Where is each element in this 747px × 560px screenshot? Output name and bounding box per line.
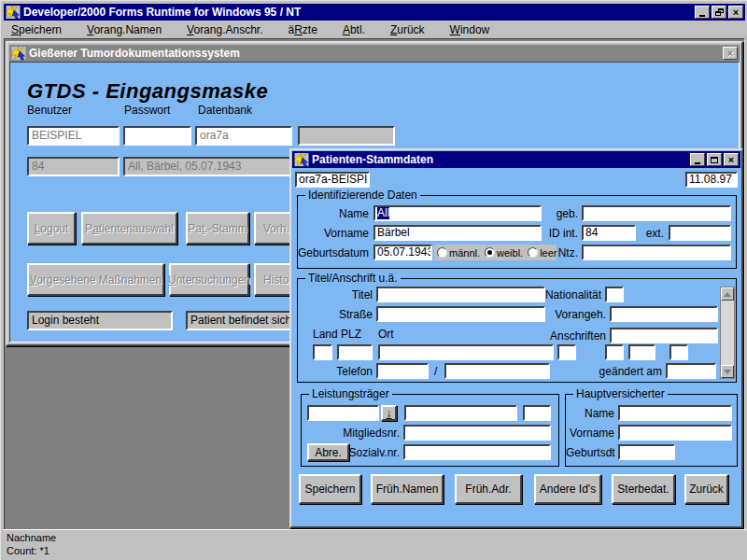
close-button[interactable]: × (728, 6, 743, 19)
menu-vorang-anschr[interactable]: Vorang.Anschr. (179, 21, 270, 38)
mdi-background: Gießener Tumordokumentationssystem × GTD… (4, 38, 745, 530)
id-int-input[interactable]: 84 (582, 225, 636, 241)
gtds-window: Gießener Tumordokumentationssystem × GTD… (6, 41, 743, 346)
passwort-input[interactable] (123, 126, 191, 146)
menu-speichern[interactable]: Speichern (4, 21, 69, 38)
maximize-button[interactable] (707, 153, 722, 166)
restore-button[interactable] (712, 6, 726, 19)
dialog-title: Patienten-Stammdaten (312, 153, 687, 166)
minimize-button[interactable] (690, 153, 705, 166)
geburtsdatum-input[interactable]: 05.07.1943 (374, 245, 432, 260)
mitgliedsnr-input[interactable] (403, 425, 551, 441)
hv-name-input[interactable] (618, 405, 732, 421)
menu-bar: Speichern Vorang.Namen Vorang.Anschr. äR… (4, 21, 745, 38)
nationalitaet-input[interactable] (605, 287, 624, 302)
passwort-label: Passwort (124, 104, 170, 117)
name-input[interactable]: All (374, 205, 542, 221)
titel-input[interactable] (376, 287, 545, 302)
hv-name-label: Name (566, 407, 614, 420)
frueh-namen-button[interactable]: Früh.Namen (371, 474, 444, 504)
menu-window[interactable]: Window (443, 21, 498, 38)
leistungstraeger-input[interactable] (307, 405, 379, 421)
ntz-input[interactable] (582, 245, 731, 260)
vorangeh-input[interactable] (610, 306, 718, 322)
logout-button[interactable]: Logout (27, 212, 76, 245)
session-field[interactable]: ora7a-BEISPIE (295, 172, 370, 188)
radio-weibl-label: weibl. (497, 247, 523, 259)
forms-runtime-icon (6, 6, 21, 20)
pat-stamm-button[interactable]: Pat.-Stamm (186, 212, 249, 245)
forms-runtime-icon (11, 47, 26, 61)
mitgliedsnr-label: Mitgliedsnr. (302, 427, 400, 440)
anschrift-nr2-input[interactable] (628, 344, 655, 360)
group-legend: Leistungsträger (309, 387, 392, 400)
vorname-input[interactable]: Bärbel (374, 225, 542, 241)
geb-label: geb. (543, 207, 578, 220)
radio-leer[interactable] (528, 247, 538, 258)
radio-maennl-label: männl. (449, 247, 480, 259)
strasse-label: Straße (298, 308, 373, 321)
speichern-button[interactable]: Speichern (299, 474, 361, 504)
minimize-button[interactable] (695, 6, 710, 19)
hv-vorname-input[interactable] (618, 425, 732, 441)
scroll-up-icon[interactable] (721, 287, 734, 301)
ext-input[interactable] (669, 225, 731, 241)
group-legend: Identifizierende Daten (305, 189, 420, 202)
zurueck-button[interactable]: Zurück (684, 474, 728, 504)
anschriften-input[interactable] (610, 328, 718, 343)
vorangeh-label: Vorangeh. (536, 308, 606, 321)
land-input[interactable] (313, 344, 332, 360)
titel-anschrift-group: Titel/Anschrift u.ä. Titel Nationalität … (297, 278, 737, 383)
benutzer-input[interactable]: BEISPIEL (27, 126, 120, 146)
main-window-title: Developer/2000 Forms Runtime for Windows… (23, 6, 692, 19)
anschrift-nr1-input[interactable] (605, 344, 624, 360)
untersuchungen-button[interactable]: Untersuchungen (169, 263, 249, 296)
andere-ids-button[interactable]: Andere Id's (534, 474, 601, 504)
kasse-kurz-input[interactable] (523, 405, 551, 421)
geburtsdatum-label: Geburtsdatum (298, 246, 369, 259)
leistungstraeger-group: Leistungsträger ↓ Mitgliedsnr. Abre. Soz… (301, 394, 559, 467)
hv-geburtsdt-input[interactable] (618, 444, 675, 460)
status-count: Count: *1 (7, 544, 742, 557)
hv-geburtsdt-label: Geburtsdt (566, 446, 614, 459)
telefon-vorwahl-input[interactable] (376, 363, 429, 379)
lov-dropdown-button[interactable]: ↓ (381, 405, 397, 421)
anschriften-label: Anschriften (531, 329, 606, 343)
nationalitaet-label: Nationalität (529, 288, 601, 301)
ext-label: ext. (638, 227, 664, 240)
patient-id-field: 84 (27, 157, 120, 176)
vorgesehene-massnahmen-button[interactable]: Vorgesehene Maßnahmen (27, 263, 164, 296)
geaendert-am-label: geändert am (578, 365, 662, 378)
status-line-field: Nachname (7, 531, 742, 544)
kasse-name-input[interactable] (404, 405, 517, 421)
ort-extra-input[interactable] (557, 344, 576, 360)
frueh-adr-button[interactable]: Früh.Adr. (455, 474, 522, 504)
group-legend: Hauptversicherter (573, 387, 668, 400)
land-label: Land (313, 328, 338, 341)
menu-zurueck[interactable]: Zurück (383, 21, 432, 38)
anschrift-scrollbar[interactable] (720, 287, 735, 379)
date-field[interactable]: 11.08.97 (685, 172, 738, 188)
radio-maennl[interactable] (437, 247, 447, 258)
telefon-nummer-input[interactable] (444, 363, 550, 379)
close-button[interactable]: × (724, 153, 739, 166)
menu-abtl[interactable]: Abtl. (335, 21, 373, 38)
scroll-down-icon[interactable] (721, 365, 734, 378)
geb-input[interactable] (582, 205, 731, 221)
menu-aerzte[interactable]: äRzte (281, 21, 325, 38)
telefon-label: Telefon (298, 365, 373, 378)
strasse-input[interactable] (376, 306, 545, 322)
sozialvnr-input[interactable] (403, 444, 551, 460)
close-icon[interactable]: × (723, 47, 738, 60)
radio-weibl[interactable] (485, 247, 495, 258)
sterbedat-button[interactable]: Sterbedat. (612, 474, 675, 504)
ntz-label: Ntz. (543, 246, 578, 259)
anschrift-nr3-input[interactable] (669, 344, 688, 360)
menu-vorang-namen[interactable]: Vorang.Namen (79, 21, 169, 38)
gtds-window-title: Gießener Tumordokumentationssystem (29, 47, 720, 60)
ort-input[interactable] (378, 344, 554, 360)
patientenauswahl-button[interactable]: Patientenauswahl (81, 212, 177, 245)
datenbank-input[interactable]: ora7a (195, 126, 292, 146)
plz-input[interactable] (337, 344, 373, 360)
geaendert-am-input[interactable] (666, 363, 716, 379)
